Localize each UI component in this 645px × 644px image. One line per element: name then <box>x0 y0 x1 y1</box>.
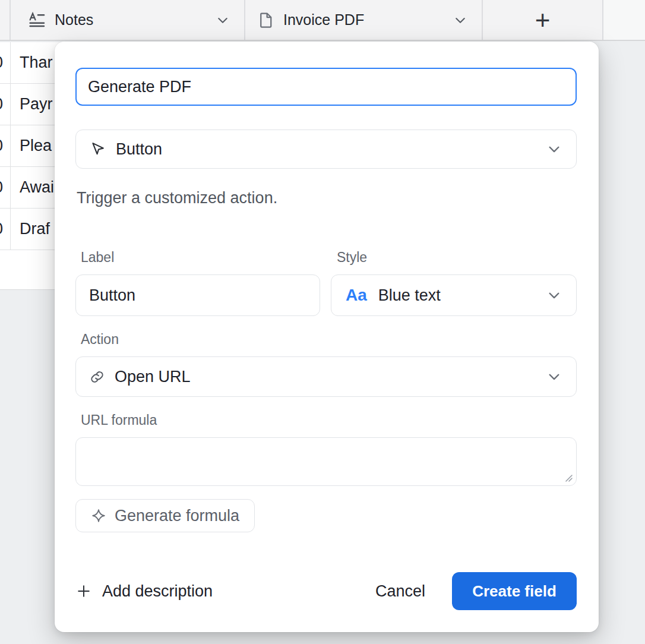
notes-cell-text: Payr <box>11 84 53 125</box>
generate-formula-button[interactable]: Generate formula <box>75 499 255 532</box>
create-field-button[interactable]: Create field <box>452 572 577 610</box>
style-field-label: Style <box>337 250 367 266</box>
chevron-down-icon <box>546 288 562 303</box>
clipped-cell-value: 0 <box>0 125 11 166</box>
clipped-cell-value: 0 <box>0 42 11 83</box>
column-header-label: Invoice PDF <box>283 11 364 29</box>
chevron-down-icon <box>546 369 562 384</box>
notes-cell-text: Draf <box>11 209 50 250</box>
sparkle-icon <box>91 508 106 523</box>
field-type-value: Button <box>116 140 162 159</box>
dialog-footer: Add description Cancel Create field <box>75 572 577 610</box>
add-description-button[interactable]: Add description <box>75 582 213 601</box>
cursor-icon <box>89 141 106 157</box>
url-formula-textarea[interactable] <box>75 437 577 486</box>
column-header-invoice-pdf[interactable]: Invoice PDF <box>245 0 483 40</box>
cancel-button[interactable]: Cancel <box>375 582 425 601</box>
text-style-icon: Aa <box>346 286 367 305</box>
app-canvas: Notes Invoice PDF + 0 Thar <box>0 0 645 644</box>
action-value: Open URL <box>115 368 191 386</box>
action-select[interactable]: Open URL <box>75 356 577 397</box>
button-label-input[interactable] <box>75 274 320 316</box>
add-column-button[interactable]: + <box>483 0 603 40</box>
add-description-label: Add description <box>102 582 213 601</box>
create-field-dialog: Button Trigger a customized action. Labe… <box>55 42 599 632</box>
link-icon <box>89 369 105 385</box>
label-field-label: Label <box>81 250 114 266</box>
style-select[interactable]: Aa Blue text <box>331 274 577 316</box>
field-name-input[interactable] <box>75 68 577 106</box>
plus-icon: + <box>535 7 551 33</box>
column-header-label: Notes <box>55 11 93 29</box>
notes-cell-text: Awai <box>11 167 54 208</box>
style-value: Blue text <box>378 286 441 305</box>
notes-cell-text: Thar <box>11 42 53 83</box>
column-header-notes[interactable]: Notes <box>11 0 245 40</box>
plus-icon <box>75 583 92 599</box>
chevron-down-icon[interactable] <box>216 13 230 27</box>
long-text-icon <box>27 11 46 30</box>
chevron-down-icon[interactable] <box>453 13 467 27</box>
action-field-label: Action <box>81 332 119 348</box>
url-formula-label: URL formula <box>81 412 157 428</box>
notes-cell-text: Plea <box>11 125 52 166</box>
file-icon <box>257 11 275 29</box>
clipped-cell-value: 0 <box>0 84 11 125</box>
chevron-down-icon <box>546 141 562 157</box>
generate-formula-label: Generate formula <box>115 507 239 525</box>
header-right-gutter <box>603 0 645 40</box>
field-type-select[interactable]: Button <box>75 130 577 169</box>
table-header: Notes Invoice PDF + <box>0 0 645 41</box>
row-number-header-cell <box>0 0 11 40</box>
clipped-cell-value: 0 <box>0 167 11 208</box>
clipped-cell-value: 0 <box>0 209 11 250</box>
field-type-description: Trigger a customized action. <box>77 189 277 207</box>
